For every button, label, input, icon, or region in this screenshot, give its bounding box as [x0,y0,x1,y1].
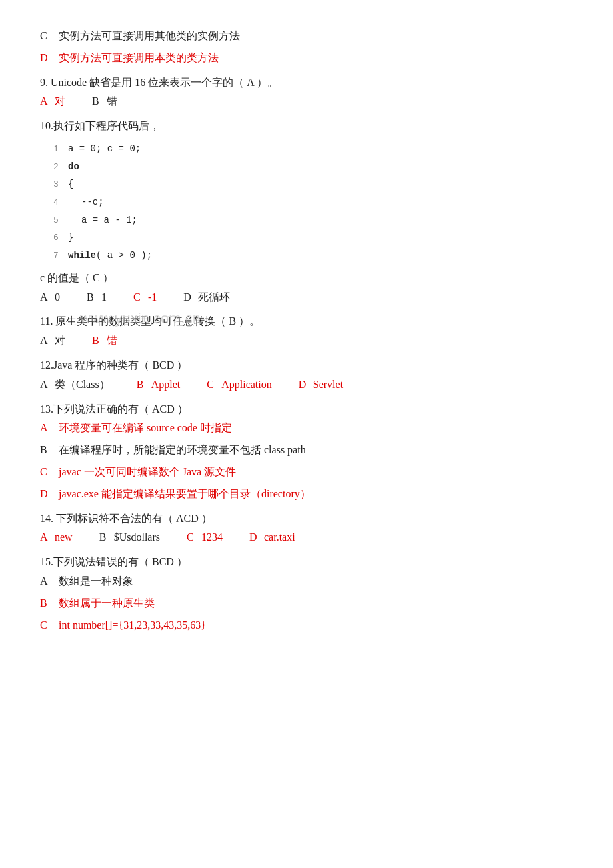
q9-b: B 错 [92,92,117,111]
q15-text: 15.下列说法错误的有（ BCD ） [40,553,573,572]
q13-a-text: 环境变量可在编译 source code 时指定 [59,419,232,438]
q13-c-text: javac 一次可同时编译数个 Java 源文件 [59,463,236,482]
q14-c-label: C [187,528,197,547]
q13-b-text: 在编译程序时，所能指定的环境变量不包括 class path [59,441,306,460]
q14-d-text: car.taxi [264,528,295,547]
q11-text: 11. 原生类中的数据类型均可任意转换（ B ）。 www.yuxin.com.… [40,312,573,331]
q14-a-label: A [40,528,51,547]
q10-d-text: 死循环 [198,288,230,307]
option-d-label: D [40,49,51,68]
option-d-text: 实例方法可直接调用本类的类方法 [59,49,219,68]
option-d-line: D 实例方法可直接调用本类的类方法 [40,49,573,68]
q14-c-text: 1234 [201,528,223,547]
q13-d-label: D [40,485,51,504]
q13-a-label: A [40,419,51,438]
q11-b-label: B [92,331,103,351]
q10-d: D 死循环 [183,288,230,307]
q9-b-text: 错 [107,92,117,111]
question-15: 15.下列说法错误的有（ BCD ） A 数组是一种对象 B 数组属于一种原生类… [40,553,573,635]
q12-c-label: C [207,375,217,395]
q10-code: 1 a = 0; c = 0; 2 do 3 { 4 --c; 5 a = a … [53,140,573,265]
q12-d: D Servlet [299,375,343,395]
q12-d-label: D [299,375,309,395]
code-line-3: 3 { [53,175,573,193]
q15-a-text: 数组是一种对象 [59,572,133,591]
q11-a-text: 对 [55,331,65,351]
q10-b: B 1 [87,288,107,307]
q15-b-text: 数组属于一种原生类 [59,594,155,613]
q11-text-content: 11. 原生类中的数据类型均可任意转换（ B ）。 [40,315,260,327]
code-line-6: 6 } [53,229,573,247]
q9-a-text: 对 [55,92,65,111]
q13-text: 13.下列说法正确的有（ ACD ） [40,400,573,419]
question-13: 13.下列说法正确的有（ ACD ） A 环境变量可在编译 source cod… [40,400,573,504]
q10-a-text: 0 [55,288,60,307]
q12-answers: A 类（Class） B Applet C Application D Serv… [40,375,573,395]
q12-a-text: 类（Class） [55,375,110,395]
code-line-4: 4 --c; [53,193,573,211]
question-10: 10.执行如下程序代码后， 1 a = 0; c = 0; 2 do 3 { 4… [40,117,573,307]
question-14: 14. 下列标识符不合法的有（ ACD ） A new B $Usdollars… [40,509,573,548]
question-12: 12.Java 程序的种类有（ BCD ） A 类（Class） B Apple… [40,356,573,395]
q13-d: D javac.exe 能指定编译结果要置于哪个目录（directory） [40,485,573,504]
q10-b-label: B [87,288,97,307]
q9-a-label: A [40,92,51,111]
q10-result: c 的值是（ C ） [40,269,573,288]
q12-d-text: Servlet [313,375,343,395]
q12-text: 12.Java 程序的种类有（ BCD ） [40,356,573,375]
q12-b-text: Applet [151,375,181,395]
q13-b: B 在编译程序时，所能指定的环境变量不包括 class path [40,441,573,460]
q10-d-label: D [183,288,194,307]
option-c-text: 实例方法可直接调用其他类的实例方法 [59,27,240,46]
q12-b-label: B [137,375,147,395]
q12-c-text: Application [221,375,272,395]
q15-a: A 数组是一种对象 [40,572,573,591]
code-line-2: 2 do [53,158,573,176]
code-line-7: 7 while ( a > 0 ); [53,247,573,265]
q11-a-label: A [40,331,51,351]
code-line-5: 5 a = a - 1; [53,211,573,229]
q12-a-label: A [40,375,51,395]
q14-a: A new [40,528,73,547]
question-11: 11. 原生类中的数据类型均可任意转换（ B ）。 www.yuxin.com.… [40,312,573,351]
q11-b: B 错 [92,331,117,351]
q12-a: A 类（Class） [40,375,110,395]
q13-c: C javac 一次可同时编译数个 Java 源文件 [40,463,573,482]
q14-text: 14. 下列标识符不合法的有（ ACD ） [40,509,573,529]
q10-a-label: A [40,288,51,307]
q11-answers: A 对 B 错 [40,331,573,351]
q15-c: C int number[]={31,23,33,43,35,63} [40,616,573,635]
q14-answers: A new B $Usdollars C 1234 D car.taxi [40,528,573,547]
q13-d-text: javac.exe 能指定编译结果要置于哪个目录（directory） [59,485,310,504]
q15-c-text: int number[]={31,23,33,43,35,63} [59,616,206,635]
q10-c-label: C [133,288,144,307]
option-c-label: C [40,27,51,46]
code-line-1: 1 a = 0; c = 0; [53,140,573,158]
q14-b-label: B [99,528,110,547]
q9-text: 9. Unicode 缺省是用 16 位来表示一个字的（ A ）。 [40,73,573,93]
q13-a: A 环境变量可在编译 source code 时指定 [40,419,573,438]
q9-b-label: B [92,92,103,111]
q12-c: C Application [207,375,272,395]
q14-d: D car.taxi [249,528,295,547]
q11-a: A 对 [40,331,65,351]
q10-a: A 0 [40,288,60,307]
q14-b-text: $Usdollars [114,528,160,547]
q10-answers: A 0 B 1 C -1 D 死循环 [40,288,573,307]
q13-c-label: C [40,463,51,482]
q11-b-text: 错 [107,331,117,351]
q9-answers: A 对 B 错 [40,92,573,111]
q10-c-text: -1 [148,288,157,307]
q13-b-label: B [40,441,51,460]
q14-a-text: new [55,528,73,547]
q14-c: C 1234 [187,528,223,547]
q15-a-label: A [40,572,51,591]
q10-b-text: 1 [101,288,107,307]
q14-b: B $Usdollars [99,528,160,547]
q15-c-label: C [40,616,51,635]
q14-d-label: D [249,528,260,547]
q12-b: B Applet [137,375,181,395]
option-c-line: C 实例方法可直接调用其他类的实例方法 [40,27,573,46]
q10-intro: 10.执行如下程序代码后， [40,117,573,136]
question-9: 9. Unicode 缺省是用 16 位来表示一个字的（ A ）。 A 对 B … [40,73,573,112]
